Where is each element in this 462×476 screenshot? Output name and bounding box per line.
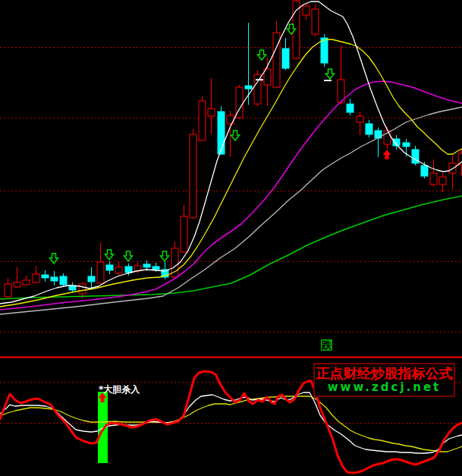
candle-body-down <box>421 165 428 176</box>
candle-body-down <box>42 275 49 278</box>
candle-body-down <box>347 104 354 112</box>
candle-body-down <box>106 265 113 270</box>
candle-body-up <box>199 101 206 140</box>
candle-body-down <box>321 38 328 63</box>
candle-body-up <box>97 262 104 283</box>
candle-body-up <box>5 284 11 297</box>
stock-chart-window: 跌 *大胆杀入 正点财经炒股指标公式 www.zdcj.net <box>0 0 462 476</box>
candle-body-up <box>33 274 39 282</box>
candle-body-up <box>303 6 310 15</box>
candle-body-up <box>430 173 437 184</box>
candle-body-up <box>208 109 215 116</box>
candle-body-down <box>60 276 67 285</box>
candle-body-up <box>312 9 319 34</box>
candle-body-down <box>143 264 150 267</box>
candle-body-up <box>357 116 363 122</box>
candle-body-down <box>125 266 132 273</box>
candle-body-down <box>51 277 58 281</box>
watermark-url[interactable]: www.zdcj.net <box>315 381 454 394</box>
candle-body-up <box>439 177 446 184</box>
candle-body-up <box>264 69 271 85</box>
candle-body-up <box>115 267 122 273</box>
watermark-box: 正点财经炒股指标公式 www.zdcj.net <box>313 363 455 397</box>
buy-signal-text: *大胆杀入 <box>99 383 140 396</box>
doji-dash-marker <box>256 79 263 80</box>
candle-body-up <box>79 284 86 294</box>
candle-body-down <box>366 124 372 134</box>
candle-body-down <box>152 266 159 270</box>
candle-body-down <box>403 143 410 147</box>
candlestick-chart-canvas[interactable] <box>0 0 462 476</box>
doji-dash-marker <box>324 80 332 81</box>
candle-body-down <box>245 86 252 89</box>
candle-body-up <box>190 134 196 218</box>
trend-flag-label: 跌 <box>321 339 332 351</box>
watermark-title: 正点财经炒股指标公式 <box>315 365 454 381</box>
candle-body-up <box>14 282 20 287</box>
indicator-histogram-bar <box>98 392 108 463</box>
candle-body-down <box>88 276 95 282</box>
candle-body-up <box>181 216 187 252</box>
candle-body-up <box>23 280 30 285</box>
candle-body-down <box>218 112 225 154</box>
candle-body-down <box>282 49 289 68</box>
